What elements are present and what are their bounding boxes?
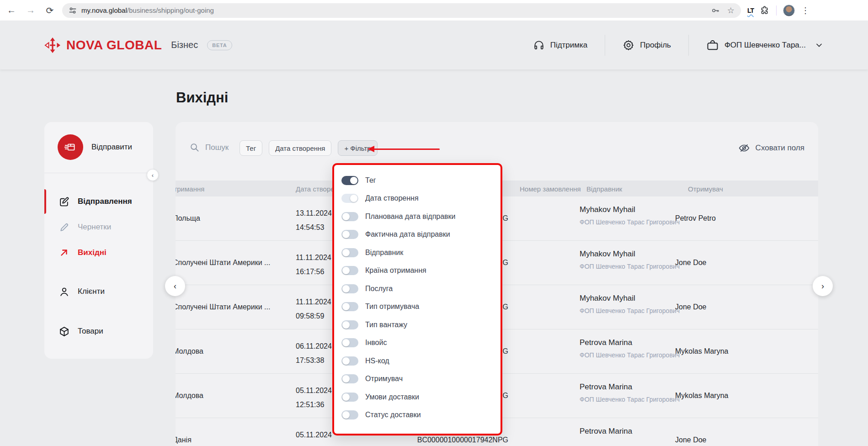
table-scroll-left-button[interactable]: ‹ [165, 276, 185, 296]
toggle-switch[interactable] [341, 356, 358, 366]
bookmark-star-icon[interactable]: ☆ [727, 5, 735, 16]
cell-sender: Myhakov Myhail ФОП Шевченко Тарас Григор… [580, 205, 680, 226]
toggle-switch[interactable] [341, 393, 358, 402]
toggle-switch[interactable] [341, 302, 358, 311]
cell-sender: Petrova Marina [580, 427, 632, 440]
cell-created: 11.11.202409:58:59 [296, 295, 331, 323]
arrow-up-right-icon [58, 248, 70, 258]
sidebar-item-outgoing[interactable]: Вихідні [44, 244, 153, 262]
filter-menu-label: Тип вантажу [365, 321, 407, 329]
filter-menu-item-receiver-type[interactable]: Тип отримувача [334, 298, 501, 316]
cell-receiver: Mykolas Maryna [675, 392, 728, 400]
browser-toolbar: ← → ⟳ my.nova.global/business/shipping/o… [0, 0, 868, 21]
toggle-switch[interactable] [341, 284, 358, 293]
search-input[interactable]: Пошук [189, 142, 229, 153]
toggle-switch[interactable] [341, 212, 358, 221]
sidebar-item-clients[interactable]: Клієнти [44, 282, 153, 301]
cell-created: 11.11.202416:17:56 [296, 250, 331, 279]
headphones-icon [533, 39, 545, 51]
column-header-receiver[interactable]: Отримувач [688, 185, 723, 192]
filter-menu-item-receiver[interactable]: Отримувач [334, 370, 501, 388]
cell-created: 05.11.202412:51:36 [296, 383, 332, 412]
cell-sender: Myhakov Myhail ФОП Шевченко Тарас Григор… [580, 250, 680, 270]
filter-menu-item-invoice[interactable]: Інвойс [334, 334, 501, 352]
filter-menu-item-cargo-type[interactable]: Тип вантажу [334, 316, 501, 334]
cell-shipment-number: G [503, 347, 508, 356]
filter-menu-label: HS-код [365, 357, 389, 365]
toggle-switch[interactable] [341, 248, 358, 257]
site-settings-icon[interactable] [69, 6, 77, 15]
sidebar-item-drafts[interactable]: Чернетки [44, 218, 153, 236]
browser-menu-icon[interactable]: ⋮ [801, 5, 809, 16]
sidebar-item-goods[interactable]: Товари [44, 322, 153, 340]
filter-menu-label: Інвойс [365, 339, 387, 347]
column-header-order-number[interactable]: Номер замовлення [520, 185, 581, 192]
support-label: Підтримка [550, 41, 588, 50]
password-key-icon[interactable] [711, 6, 720, 15]
account-label: ФОП Шевченко Тара... [724, 41, 806, 50]
url-text[interactable]: my.nova.global/business/shipping/out-goi… [81, 6, 711, 14]
toggle-switch[interactable] [341, 230, 358, 239]
toggle-switch[interactable] [341, 176, 358, 185]
filter-menu-label: Умови доставки [365, 393, 419, 401]
toggle-switch[interactable] [341, 410, 358, 419]
nova-global-logo-icon [44, 37, 61, 53]
toggle-switch[interactable] [341, 374, 358, 383]
cell-country: Сполучені Штати Америки ... [176, 303, 270, 311]
filter-menu-item-tag[interactable]: Тег [334, 171, 501, 190]
logo[interactable]: NOVA GLOBAL Бізнес BETA [44, 37, 232, 53]
filter-menu-item-actual-ship-date[interactable]: Фактична дата відправки [334, 226, 501, 244]
address-bar[interactable]: my.nova.global/business/shipping/out-goi… [62, 3, 741, 18]
column-header-country[interactable]: Країна отримання [176, 185, 204, 192]
browser-forward-button[interactable]: → [23, 3, 38, 18]
sidebar-item-label: Товари [78, 327, 103, 336]
toggle-switch[interactable] [341, 338, 358, 347]
sidebar-item-label: Чернетки [78, 223, 111, 232]
edit-square-icon [58, 196, 70, 207]
hide-fields-button[interactable]: Сховати поля [738, 142, 804, 154]
filter-fields-dropdown: Тег Дата створення Планована дата відпра… [332, 163, 502, 435]
filter-menu-label: Статус доставки [365, 411, 421, 419]
pencil-icon [58, 222, 70, 233]
profile-button[interactable]: Профіль [623, 39, 671, 51]
beta-badge: BETA [207, 40, 232, 50]
column-header-sender[interactable]: Відправник [586, 185, 622, 192]
send-button[interactable]: Відправити [44, 127, 153, 168]
cell-sender: Myhakov Myhail ФОП Шевченко Тарас Григор… [580, 294, 680, 314]
browser-reload-button[interactable]: ⟳ [42, 3, 58, 18]
filter-menu-label: Фактична дата відправки [365, 230, 450, 239]
table-scroll-right-button[interactable]: › [813, 276, 833, 296]
page-title: Вихідні [176, 90, 228, 106]
filter-menu-item-delivery-terms[interactable]: Умови доставки [334, 388, 501, 406]
toggle-switch[interactable] [341, 194, 358, 203]
sidebar-collapse-button[interactable]: ‹ [147, 169, 159, 181]
filter-chip-created-date[interactable]: Дата створення [269, 140, 331, 156]
filter-menu-label: Тег [365, 176, 376, 185]
filter-chip-tag[interactable]: Тег [240, 140, 262, 156]
filter-menu-item-sender[interactable]: Відправник [334, 244, 501, 262]
search-placeholder: Пошук [205, 143, 229, 152]
cell-receiver: Mykolas Maryna [675, 347, 728, 356]
header-divider [688, 35, 689, 56]
account-switcher[interactable]: ФОП Шевченко Тара... [706, 39, 822, 52]
filter-menu-item-hs-code[interactable]: HS-код [334, 352, 501, 370]
sidebar-item-shipments[interactable]: Відправлення [44, 192, 153, 211]
filter-menu-item-created-date[interactable]: Дата створення [334, 190, 501, 208]
filter-menu-item-delivery-status[interactable]: Статус доставки [334, 406, 501, 425]
browser-profile-avatar[interactable] [783, 5, 795, 16]
browser-back-button[interactable]: ← [4, 3, 19, 18]
add-filter-button[interactable]: + Фільтр [338, 140, 377, 156]
languagetool-extension-icon[interactable]: LT [747, 7, 754, 14]
filter-menu-item-service[interactable]: Послуга [334, 280, 501, 298]
filter-menu-item-receiving-country[interactable]: Країна отримання [334, 262, 501, 280]
toggle-switch[interactable] [341, 320, 358, 329]
filter-menu-item-planned-ship-date[interactable]: Планована дата відправки [334, 207, 501, 226]
profile-label: Профіль [640, 41, 671, 50]
filter-menu-label: Послуга [365, 285, 393, 293]
extensions-puzzle-icon[interactable] [760, 5, 770, 15]
cell-shipment-number: BC0000010000017942NPG [417, 436, 508, 444]
support-button[interactable]: Підтримка [533, 39, 588, 51]
cell-sender: Petrova Marina ФОП Шевченко Тарас Григор… [580, 382, 680, 403]
sidebar-item-label: Клієнти [78, 287, 105, 296]
toggle-switch[interactable] [341, 266, 358, 275]
